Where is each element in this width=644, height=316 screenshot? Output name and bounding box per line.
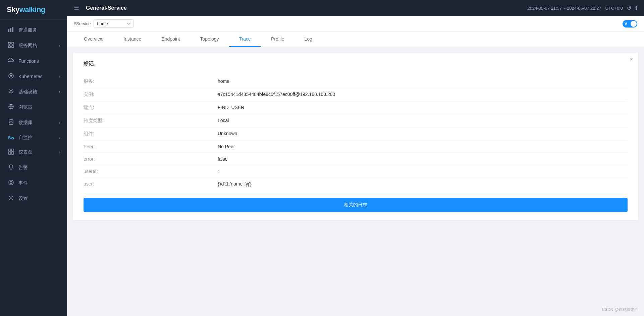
svg-rect-5 (8, 46, 10, 48)
infra-icon (8, 88, 14, 96)
dashboard-icon (8, 149, 14, 156)
topbar: ☰ General-Service 2024-05-07 21:57 ~ 202… (67, 0, 644, 16)
sidebar-item-event[interactable]: 事件 (0, 175, 67, 191)
bell-icon (8, 164, 14, 171)
tab-log[interactable]: Log (294, 32, 322, 47)
svg-rect-12 (8, 149, 11, 151)
chevron-down-icon: › (59, 150, 60, 155)
tab-topology[interactable]: Topology (190, 32, 229, 47)
sidebar: Skywalking 普通服务 服务网格 › Functions (0, 0, 67, 316)
toggle-switch[interactable]: V (623, 20, 637, 28)
logo-text: Skywalking (7, 5, 45, 14)
toggle-knob (631, 21, 637, 27)
card-section-title: 标记. (84, 61, 628, 67)
close-icon[interactable]: × (630, 57, 633, 62)
tag-key: 端点: (84, 105, 218, 111)
sidebar-item-label: Kubernetes (18, 74, 55, 79)
tab-instance[interactable]: Instance (113, 32, 151, 47)
sidebar-item-label: 普通服务 (18, 27, 60, 33)
chevron-down-icon: › (59, 135, 60, 140)
svg-rect-1 (10, 28, 11, 32)
sidebar-item-service-mesh[interactable]: 服务网格 › (0, 38, 67, 53)
info-icon[interactable]: ℹ (635, 5, 637, 11)
tag-key: 服务: (84, 78, 218, 85)
event-icon (8, 179, 14, 187)
chevron-down-icon: › (59, 74, 60, 79)
tab-profile[interactable]: Profile (261, 32, 294, 47)
sidebar-item-browser[interactable]: 浏览器 (0, 100, 67, 115)
time-range: 2024-05-07 21:57 ~ 2024-05-07 22:27 (528, 6, 601, 11)
tag-value: a7c15441d4354484bfe9c5f157ec00ff@192.168… (218, 92, 335, 98)
svg-point-16 (9, 180, 13, 185)
sidebar-item-alert[interactable]: 告警 (0, 160, 67, 175)
tag-key: user: (84, 181, 218, 187)
tag-value: Unknown (218, 131, 237, 137)
timezone: UTC+0:0 (605, 6, 623, 11)
svg-rect-6 (12, 46, 14, 48)
svg-rect-0 (8, 29, 9, 32)
tag-value: 1 (218, 169, 220, 174)
tag-key: 实例: (84, 92, 218, 98)
tag-key: Peer: (84, 144, 218, 149)
tag-value: false (218, 156, 228, 162)
tag-key: 跨度类型: (84, 118, 218, 124)
kubernetes-icon (8, 73, 14, 80)
sidebar-item-database[interactable]: 数据库 › (0, 115, 67, 130)
svg-point-11 (9, 120, 13, 121)
tab-endpoint[interactable]: Endpoint (151, 32, 190, 47)
mesh-icon (8, 42, 14, 49)
sidebar-item-functions[interactable]: Functions (0, 53, 67, 69)
chevron-down-icon: › (59, 90, 60, 94)
sidebar-item-normal-service[interactable]: 普通服务 (0, 22, 67, 38)
tag-key: 组件: (84, 131, 218, 137)
tag-table: 服务: home 实例: a7c15441d4354484bfe9c5f157e… (84, 75, 628, 190)
table-row: 实例: a7c15441d4354484bfe9c5f157ec00ff@192… (84, 88, 628, 101)
tag-value: FIND_USER (218, 105, 244, 111)
page-title: General-Service (86, 5, 524, 11)
toggle-area: V (623, 20, 637, 28)
tab-overview[interactable]: Overview (74, 32, 113, 47)
sidebar-item-label: 数据库 (18, 120, 55, 126)
tab-trace[interactable]: Trace (229, 32, 261, 47)
refresh-icon[interactable]: ↺ (627, 5, 631, 11)
table-row: error: false (84, 153, 628, 165)
tag-key: error: (84, 156, 218, 162)
chevron-down-icon: › (59, 120, 60, 125)
sidebar-item-dashboard[interactable]: 仪表盘 › (0, 145, 67, 160)
svg-point-17 (10, 181, 12, 183)
sidebar-item-label: Functions (18, 58, 60, 64)
service-select[interactable]: home (94, 19, 134, 28)
content-area: × 标记. 服务: home 实例: a7c15441d4354484bfe9c… (67, 47, 644, 316)
tag-value: Local (218, 118, 229, 124)
sidebar-item-label: 仪表盘 (18, 149, 55, 155)
sidebar-item-label: 设置 (18, 196, 60, 202)
menu-icon[interactable]: ☰ (74, 4, 79, 12)
service-bar: $Service home V (67, 16, 644, 32)
logo: Skywalking (0, 0, 67, 20)
related-logs-button[interactable]: 相关的日志 (84, 198, 628, 212)
toggle-label: V (625, 21, 627, 26)
svg-point-18 (10, 197, 12, 199)
globe-icon (8, 104, 14, 111)
tag-key: userId: (84, 169, 218, 174)
svg-point-8 (10, 75, 12, 77)
table-row: 服务: home (84, 75, 628, 88)
sidebar-item-infra[interactable]: 基础设施 › (0, 84, 67, 100)
sidebar-item-label: 服务网格 (18, 43, 55, 49)
svg-rect-15 (11, 152, 14, 154)
sidebar-item-label: 浏览器 (18, 104, 60, 110)
sidebar-item-self-monitor[interactable]: Sw 自监控 › (0, 130, 67, 145)
table-row: 组件: Unknown (84, 127, 628, 141)
sidebar-item-settings[interactable]: 设置 (0, 191, 67, 206)
table-row: 端点: FIND_USER (84, 101, 628, 114)
cloud-icon (8, 57, 14, 65)
sw-icon: Sw (8, 135, 14, 140)
svg-rect-13 (11, 149, 14, 151)
sidebar-item-label: 事件 (18, 180, 60, 186)
tabs-bar: Overview Instance Endpoint Topology Trac… (67, 32, 644, 47)
sidebar-item-label: 自监控 (18, 135, 55, 141)
tag-value: No Peer (218, 144, 235, 149)
sidebar-item-label: 基础设施 (18, 89, 55, 95)
detail-card: × 标记. 服务: home 实例: a7c15441d4354484bfe9c… (72, 52, 639, 220)
sidebar-item-kubernetes[interactable]: Kubernetes › (0, 69, 67, 84)
